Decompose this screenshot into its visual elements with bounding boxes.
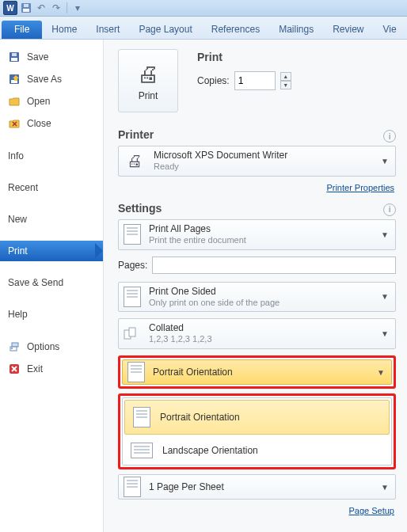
sidebar-item-options[interactable]: Options — [0, 336, 103, 358]
pages-per-sheet-label: 1 Page Per Sheet — [149, 481, 371, 493]
chevron-down-icon: ▼ — [379, 157, 390, 165]
copies-spinner[interactable]: ▲ ▼ — [280, 72, 291, 89]
tab-review[interactable]: Review — [323, 21, 373, 39]
redo-icon[interactable]: ↷ — [50, 2, 63, 14]
print-range-sub: Print the entire document — [149, 235, 371, 246]
info-icon[interactable]: i — [383, 130, 396, 142]
qat-separator — [67, 2, 67, 13]
sidebar-item-new[interactable]: New — [0, 209, 103, 230]
printer-status: Ready — [154, 162, 371, 173]
highlight-box: Portrait Orientation ▼ — [118, 355, 396, 389]
sidebar-item-save[interactable]: Save — [0, 46, 103, 68]
print-range-title: Print All Pages — [149, 223, 371, 235]
save-icon — [8, 51, 21, 63]
sidebar-item-save-as[interactable]: Save As — [0, 68, 103, 90]
pages-per-sheet-selector[interactable]: 1 Page Per Sheet ▼ — [118, 474, 396, 500]
chevron-down-icon: ▼ — [379, 292, 390, 301]
print-range-selector[interactable]: Print All Pages Print the entire documen… — [118, 219, 396, 250]
save-icon[interactable] — [20, 2, 32, 14]
svg-rect-4 — [11, 58, 17, 61]
chevron-down-icon: ▼ — [379, 329, 390, 338]
page-setup-link[interactable]: Page Setup — [118, 506, 394, 515]
collate-selector[interactable]: Collated 1,2,3 1,2,3 1,2,3 ▼ — [118, 318, 396, 349]
pages-input[interactable] — [152, 256, 396, 274]
sidebar-item-label: Recent — [8, 182, 38, 193]
save-as-icon — [8, 73, 21, 86]
sidebar-item-label: New — [8, 214, 27, 225]
duplex-title: Print One Sided — [149, 286, 371, 298]
sidebar-item-label: Exit — [27, 363, 43, 374]
orientation-current: Portrait Orientation — [153, 367, 367, 378]
print-panel: 🖨 Print Print Copies: ▲ ▼ Printer i 🖨 — [104, 40, 407, 532]
info-icon[interactable]: i — [383, 203, 396, 216]
ribbon-tabs: File Home Insert Page Layout References … — [0, 17, 407, 40]
sidebar-item-label: Options — [27, 341, 59, 352]
undo-icon[interactable]: ↶ — [35, 2, 48, 14]
tab-file[interactable]: File — [2, 21, 42, 39]
sidebar-item-label: Help — [8, 309, 28, 320]
sidebar-item-close[interactable]: Close — [0, 112, 103, 135]
sidebar-item-label: Save & Send — [8, 277, 63, 288]
pages-icon — [124, 226, 141, 243]
pages-label: Pages: — [118, 260, 147, 271]
collate-title: Collated — [149, 322, 371, 334]
collate-sub: 1,2,3 1,2,3 1,2,3 — [149, 334, 371, 345]
orientation-dropdown: Portrait Orientation Landscape Orientati… — [122, 397, 392, 466]
word-app-icon: W — [3, 1, 17, 15]
tab-mailings[interactable]: Mailings — [269, 21, 323, 39]
chevron-down-icon: ▼ — [379, 483, 390, 492]
portrait-icon — [133, 407, 150, 428]
duplex-selector[interactable]: Print One Sided Only print on one side o… — [118, 282, 396, 313]
portrait-icon — [127, 363, 145, 381]
svg-rect-5 — [12, 53, 17, 56]
sidebar-item-label: Open — [27, 96, 50, 107]
one-sided-icon — [124, 288, 141, 306]
printer-icon: 🖨 — [124, 150, 146, 172]
tab-references[interactable]: References — [202, 21, 269, 39]
sidebar-item-label: Print — [8, 245, 28, 256]
printer-heading: Printer — [118, 128, 154, 141]
sidebar-item-label: Info — [8, 150, 24, 162]
qat-customize-icon[interactable]: ▾ — [71, 2, 84, 14]
sidebar-item-print[interactable]: Print — [0, 241, 103, 261]
sidebar-item-recent[interactable]: Recent — [0, 177, 103, 198]
printer-selector[interactable]: 🖨 Microsoft XPS Document Writer Ready ▼ — [118, 146, 396, 177]
sidebar-item-label: Close — [27, 118, 51, 129]
svg-point-10 — [11, 348, 13, 349]
title-bar: W ↶ ↷ ▾ — [0, 0, 407, 17]
close-icon — [8, 117, 21, 130]
tab-home[interactable]: Home — [42, 21, 86, 39]
exit-icon — [8, 363, 21, 375]
sidebar-item-label: Save — [27, 51, 48, 63]
orientation-option-label: Portrait Orientation — [160, 412, 240, 423]
tab-view[interactable]: Vie — [374, 21, 406, 39]
svg-rect-8 — [12, 343, 18, 347]
printer-properties-link[interactable]: Printer Properties — [118, 183, 394, 192]
open-icon — [8, 95, 21, 108]
print-button-label: Print — [139, 90, 158, 101]
sidebar-item-open[interactable]: Open — [0, 90, 103, 112]
orientation-option-landscape[interactable]: Landscape Orientation — [123, 436, 391, 465]
tab-insert[interactable]: Insert — [86, 21, 129, 39]
page-icon — [124, 478, 141, 496]
orientation-selector[interactable]: Portrait Orientation ▼ — [122, 359, 392, 385]
svg-rect-1 — [23, 9, 29, 12]
collated-icon — [124, 325, 141, 343]
svg-rect-13 — [129, 328, 135, 336]
orientation-option-portrait[interactable]: Portrait Orientation — [124, 400, 390, 435]
sidebar-item-exit[interactable]: Exit — [0, 358, 103, 380]
options-icon — [8, 340, 21, 353]
copies-label: Copies: — [197, 75, 230, 86]
sidebar-item-info[interactable]: Info — [0, 146, 103, 166]
spinner-up-icon[interactable]: ▲ — [280, 72, 291, 81]
settings-heading: Settings — [118, 202, 162, 215]
tab-page-layout[interactable]: Page Layout — [129, 21, 201, 39]
duplex-sub: Only print on one side of the page — [149, 298, 371, 309]
sidebar-item-save-send[interactable]: Save & Send — [0, 272, 103, 293]
landscape-icon — [131, 443, 153, 458]
print-button[interactable]: 🖨 Print — [118, 49, 178, 112]
sidebar-item-help[interactable]: Help — [0, 304, 103, 325]
copies-input[interactable] — [234, 71, 276, 90]
spinner-down-icon[interactable]: ▼ — [280, 81, 291, 89]
printer-name: Microsoft XPS Document Writer — [154, 150, 371, 162]
